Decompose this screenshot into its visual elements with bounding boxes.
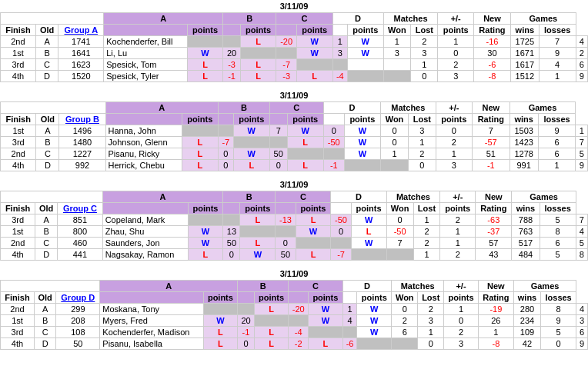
player-name: Hanna, John <box>105 125 182 137</box>
player-name: Nagsakay, Ramon <box>102 249 188 261</box>
game-losses: 8 <box>576 249 587 261</box>
match-points: 50 <box>269 148 287 160</box>
match-points: -1 <box>223 71 240 82</box>
match-points: -2 <box>289 338 309 350</box>
game-wins: 6 <box>540 238 576 249</box>
match-points <box>276 226 296 238</box>
match-points: 50 <box>276 249 296 261</box>
col-subheader-row: FinishOldGroup Apointspointspointspoints… <box>1 25 588 36</box>
match-points: 3 <box>383 48 411 59</box>
match-points: -7 <box>276 59 297 71</box>
game-wins: 5 <box>540 214 576 226</box>
app-container: 3/11/09ABCDMatches+/-NewGamesFinishOldGr… <box>0 0 588 350</box>
game-wins: 1 <box>538 160 576 171</box>
new-rating: 1725 <box>510 36 539 48</box>
match-points <box>269 137 287 148</box>
match-result: W <box>351 214 386 226</box>
game-losses: 9 <box>576 338 588 350</box>
match-result: L <box>351 226 386 238</box>
plus-minus: -8 <box>473 71 510 82</box>
new-rating: 1671 <box>510 48 539 59</box>
game-wins: 5 <box>540 249 576 261</box>
match-result: W <box>344 125 380 137</box>
plus-minus: -37 <box>476 226 512 238</box>
match-result: L <box>182 137 218 148</box>
new-rating: 109 <box>513 327 540 338</box>
game-losses: 2 <box>576 48 587 59</box>
match-result: L <box>187 71 223 82</box>
game-losses: 1 <box>576 125 588 137</box>
match-result: W <box>357 327 392 338</box>
match-points: 0 <box>386 214 413 226</box>
plus-minus: -16 <box>473 36 510 48</box>
section-date-label: 3/11/09 <box>0 0 588 12</box>
match-result: L <box>287 137 323 148</box>
player-row: 2ndC460Saunders, JonW50L0W7215751765 <box>1 238 588 249</box>
match-result: W <box>296 36 332 48</box>
match-result: L <box>296 249 331 261</box>
section-group-3: 3/11/09ABCDMatches+/-NewGamesFinishOldGr… <box>0 268 588 350</box>
match-result: W <box>348 48 384 59</box>
match-points: -3 <box>223 59 240 71</box>
new-rating: 788 <box>512 214 540 226</box>
plus-minus: 43 <box>476 249 512 261</box>
player-row: 2ndA299Moskana, TonyL-20W1W021-1928084 <box>1 304 588 315</box>
match-points: 1 <box>383 36 411 48</box>
player-row: 4thD992Herrick, ChebuL0L0L-103-199119 <box>1 160 588 171</box>
match-result <box>240 48 276 59</box>
match-points: 0 <box>380 137 408 148</box>
new-rating: 280 <box>513 304 540 315</box>
new-rating: 1503 <box>509 125 538 137</box>
match-result: L <box>254 338 289 350</box>
match-result: W <box>233 125 269 137</box>
col-header-row: ABCDMatches+/-NewGames <box>1 281 588 292</box>
game-wins: 5 <box>541 327 576 338</box>
game-wins: 8 <box>540 226 576 238</box>
group-label: Group B <box>59 114 105 125</box>
match-points <box>392 338 418 350</box>
match-result: L <box>240 59 276 71</box>
match-result <box>188 214 223 226</box>
match-points: 13 <box>223 226 240 238</box>
match-result: W <box>344 137 380 148</box>
player-row: 4thD441Nagsakay, RamonL0W50L-7124348458 <box>1 249 588 261</box>
game-losses: 4 <box>576 304 588 315</box>
player-name: Spesick, Tom <box>104 59 188 71</box>
match-points: -4 <box>332 71 348 82</box>
player-row: 3rdC108Kochenderfer, MadisonL-1L-4W61211… <box>1 327 588 338</box>
match-points <box>383 71 411 82</box>
game-wins: 1 <box>539 71 576 82</box>
match-points: -4 <box>289 327 309 338</box>
player-name: Myers, Fred <box>100 315 203 327</box>
plus-minus: 7 <box>472 125 509 137</box>
game-losses: 4 <box>576 226 587 238</box>
match-points: 0 <box>276 238 296 249</box>
match-result: W <box>187 48 223 59</box>
match-result <box>296 238 331 249</box>
new-rating: 234 <box>513 315 540 327</box>
plus-minus: -57 <box>472 137 509 148</box>
match-points: 0 <box>223 249 240 261</box>
player-row: 2ndC1227Pisanu, RickyL0W50W12151127865 <box>1 148 588 160</box>
match-points: -50 <box>331 214 351 226</box>
match-points: 7 <box>386 238 413 249</box>
match-result: L <box>240 238 276 249</box>
section-group-2: 3/11/09ABCDMatches+/-NewGamesFinishOldGr… <box>0 178 588 261</box>
match-result: L <box>233 160 269 171</box>
match-points: -20 <box>276 36 297 48</box>
match-result: L <box>203 338 238 350</box>
player-name: Copeland, Mark <box>102 214 188 226</box>
match-result <box>296 59 332 71</box>
match-result: W <box>240 249 276 261</box>
new-rating: 1423 <box>509 137 538 148</box>
player-name: Kochenderfer, Madison <box>100 327 203 338</box>
game-losses: 5 <box>576 148 588 160</box>
col-subheader-row: FinishOldGroup Cpointspointspointspoints… <box>1 203 588 214</box>
match-points: 20 <box>223 48 240 59</box>
col-header-row: ABCDMatches+/-NewGames <box>1 191 588 203</box>
match-points: -13 <box>276 214 296 226</box>
new-rating: 484 <box>512 249 540 261</box>
match-points: 2 <box>392 315 418 327</box>
game-wins: 0 <box>541 338 576 350</box>
match-points: 20 <box>238 315 255 327</box>
